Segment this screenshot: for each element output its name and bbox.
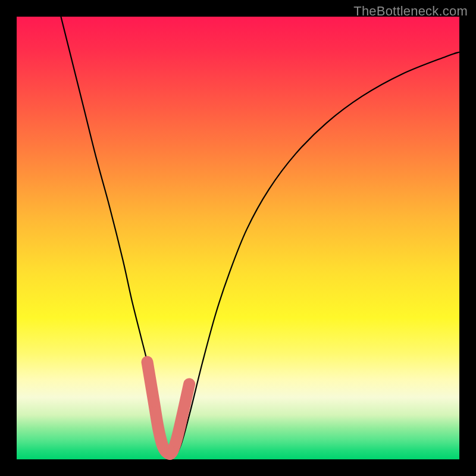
marker-dot bbox=[166, 447, 177, 458]
gradient-plot-area bbox=[17, 17, 459, 459]
curve-path bbox=[61, 17, 459, 455]
marker-dot bbox=[153, 423, 164, 434]
marker-dot bbox=[175, 418, 186, 429]
marker-dot bbox=[184, 379, 195, 390]
marker-dot bbox=[142, 356, 152, 367]
marker-dot bbox=[171, 436, 181, 447]
marker-dot bbox=[149, 396, 159, 407]
watermark-text: TheBottleneck.com bbox=[353, 4, 468, 19]
bottleneck-curve-svg bbox=[17, 17, 459, 459]
